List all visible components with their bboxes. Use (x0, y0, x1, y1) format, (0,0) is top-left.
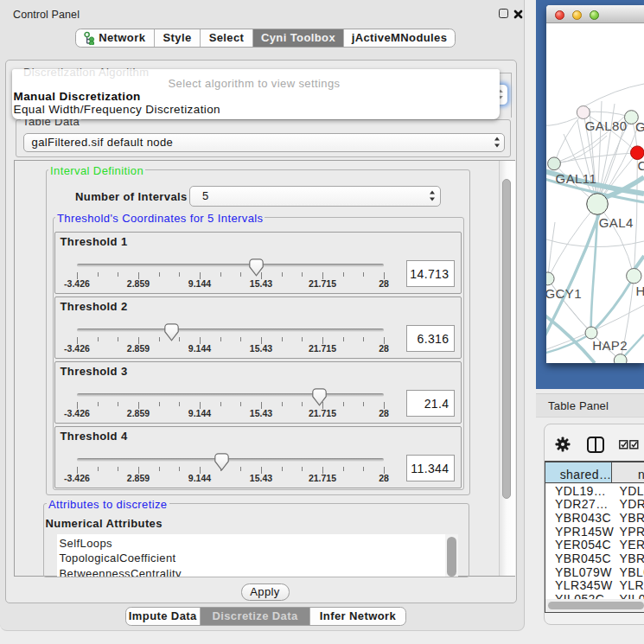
svg-text:GCY1: GCY1 (546, 286, 582, 301)
svg-text:GAL…: GAL… (635, 119, 644, 134)
svg-text:GAL4: GAL4 (599, 215, 634, 230)
svg-text:GAL80: GAL80 (585, 118, 628, 133)
svg-text:HAP2: HAP2 (592, 338, 628, 353)
svg-text:HA: HA (636, 284, 644, 298)
svg-text:GAL11: GAL11 (556, 171, 597, 186)
svg-text:CY…: CY… (638, 158, 644, 173)
